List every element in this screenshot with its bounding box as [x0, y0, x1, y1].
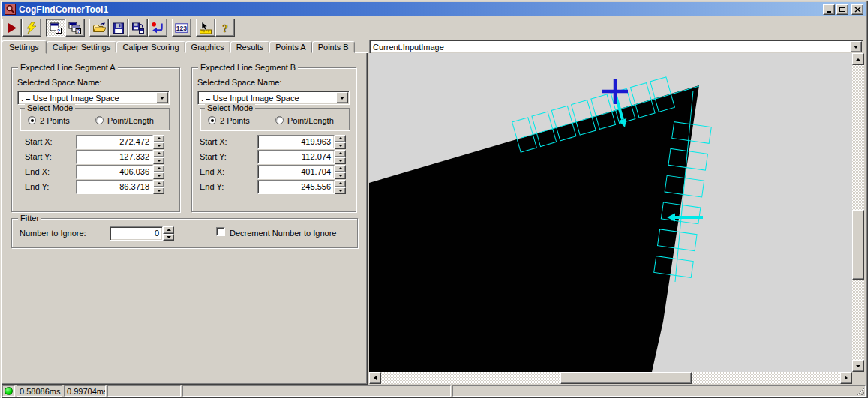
fitter-group: Fitter Number to Ignore: 0 Decrement Num… — [11, 218, 358, 248]
svg-text:?: ? — [222, 22, 228, 34]
tab-caliper-settings[interactable]: Caliper Settings — [47, 41, 117, 53]
image-display[interactable] — [369, 53, 852, 372]
spin-down-button[interactable] — [335, 187, 346, 195]
scroll-down-button[interactable] — [852, 360, 864, 372]
image-source-combo[interactable]: Current.InputImage — [369, 40, 863, 54]
reset-button[interactable] — [148, 19, 167, 37]
spin-down-button[interactable] — [153, 157, 164, 165]
radio-2-points-a[interactable] — [28, 116, 36, 124]
end-y-spinner-a[interactable] — [153, 180, 164, 194]
end-y-input-a[interactable]: 86.3718 — [76, 180, 153, 194]
spin-down-button[interactable] — [153, 187, 164, 195]
horizontal-scrollbar[interactable] — [369, 372, 852, 384]
tab-graphics[interactable]: Graphics — [185, 41, 230, 53]
minimize-button[interactable] — [823, 4, 835, 15]
start-y-input-a[interactable]: 127.332 — [76, 150, 153, 164]
start-x-spinner-a[interactable] — [153, 135, 164, 149]
horizontal-scroll-thumb[interactable] — [560, 372, 692, 384]
tab-points-b[interactable]: Points B — [312, 41, 355, 53]
spin-down-icon — [157, 160, 161, 162]
scroll-up-button[interactable] — [852, 53, 864, 65]
start-x-input-a[interactable]: 272.472 — [76, 135, 153, 149]
help-button[interactable]: ? — [215, 19, 235, 37]
maximize-button[interactable] — [836, 4, 848, 15]
decrement-checkbox[interactable] — [216, 227, 225, 236]
number-to-ignore-label: Number to Ignore: — [20, 229, 86, 238]
status-panel-empty — [452, 385, 866, 397]
spin-down-button[interactable] — [335, 157, 346, 165]
combo-dropdown-button[interactable] — [850, 41, 862, 52]
open-button[interactable] — [89, 19, 109, 37]
tab-points-a[interactable]: Points A — [269, 41, 311, 53]
tab-settings[interactable]: Settings — [2, 40, 47, 54]
numeric-results-button[interactable]: 123 — [172, 19, 191, 37]
close-button[interactable] — [851, 4, 863, 15]
start-x-spinner-b[interactable] — [335, 135, 346, 149]
select-mode-title-b: Select Mode — [205, 103, 255, 113]
end-y-spinner-b[interactable] — [335, 180, 346, 194]
scroll-down-icon — [856, 365, 860, 367]
scroll-left-button[interactable] — [369, 372, 381, 384]
spin-up-button[interactable] — [153, 135, 164, 142]
fitter-title: Fitter — [18, 214, 41, 223]
spin-up-button[interactable] — [163, 226, 174, 234]
spin-down-button[interactable] — [153, 142, 164, 150]
last-run-record-button[interactable]: ? — [65, 19, 85, 37]
end-x-spinner-a[interactable] — [153, 165, 164, 179]
end-y-input-b[interactable]: 245.556 — [257, 180, 335, 194]
save-record-button[interactable] — [128, 19, 148, 37]
spin-up-button[interactable] — [335, 150, 346, 157]
run-time-value: 0.58086ms — [20, 387, 60, 396]
end-x-spinner-b[interactable] — [335, 165, 346, 179]
number-to-ignore-input[interactable]: 0 — [110, 226, 163, 241]
spin-up-icon — [157, 182, 161, 184]
graphics-interaction-button[interactable] — [196, 19, 215, 37]
spin-up-button[interactable] — [153, 165, 164, 172]
spin-up-button[interactable] — [153, 180, 164, 187]
scrollbar-corner — [852, 372, 864, 384]
radio-2-points-b[interactable] — [208, 116, 216, 124]
start-y-spinner-a[interactable] — [153, 150, 164, 164]
tab-results[interactable]: Results — [230, 41, 270, 53]
spin-up-button[interactable] — [335, 180, 346, 187]
spin-down-button[interactable] — [335, 172, 346, 180]
spin-up-button[interactable] — [335, 165, 346, 172]
select-mode-group-a: Select Mode 2 Points Point/Length — [20, 108, 170, 130]
tab-label: Caliper Scoring — [122, 43, 179, 52]
spin-up-button[interactable] — [335, 135, 346, 142]
tab-caliper-scoring[interactable]: Caliper Scoring — [116, 41, 185, 53]
run-button[interactable] — [2, 19, 22, 37]
start-x-value-a: 272.472 — [119, 137, 149, 146]
number-to-ignore-spinner[interactable] — [163, 226, 174, 241]
scroll-right-button[interactable] — [840, 372, 852, 384]
start-y-label-b: Start Y: — [200, 152, 227, 161]
start-x-input-b[interactable]: 419.963 — [257, 135, 335, 149]
electric-run-button[interactable] — [22, 19, 41, 37]
start-y-input-b[interactable]: 112.074 — [257, 150, 335, 164]
spin-down-button[interactable] — [163, 234, 174, 241]
status-indicator-panel — [2, 385, 15, 397]
reset-icon — [151, 22, 164, 34]
spin-down-button[interactable] — [153, 172, 164, 180]
svg-text:?: ? — [77, 28, 80, 34]
vertical-scroll-thumb[interactable] — [852, 210, 864, 280]
spin-up-button[interactable] — [153, 150, 164, 157]
end-x-input-a[interactable]: 406.036 — [76, 165, 153, 179]
vertical-scroll-track[interactable] — [852, 65, 864, 360]
combo-dropdown-button[interactable] — [336, 92, 348, 103]
horizontal-scroll-track[interactable] — [381, 372, 840, 384]
scroll-right-icon — [845, 376, 848, 380]
cog-find-corner-tool-window: CogFindCornerTool1 ? — [0, 0, 868, 398]
space-name-value-a: . = Use Input Image Space — [18, 93, 156, 103]
radio-point-length-a[interactable] — [95, 116, 104, 124]
combo-dropdown-button[interactable] — [156, 92, 168, 103]
vertical-scrollbar[interactable] — [852, 53, 864, 372]
start-y-spinner-b[interactable] — [335, 150, 346, 164]
radio-point-length-b[interactable] — [275, 116, 284, 124]
end-x-input-b[interactable]: 401.704 — [257, 165, 335, 179]
current-record-button[interactable]: ? — [46, 19, 65, 37]
status-bar: 0.58086ms 0.99704ms — [2, 385, 866, 397]
spin-down-button[interactable] — [335, 142, 346, 150]
resize-grip[interactable] — [855, 386, 864, 395]
save-button[interactable] — [109, 19, 128, 37]
